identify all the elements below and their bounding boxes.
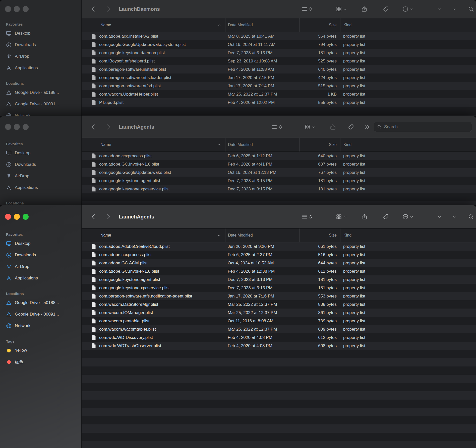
search-button[interactable] [468,6,474,12]
sidebar-item-airdrop[interactable]: AirDrop [0,261,81,272]
file-row[interactable]: com.wacom.UpdateHelper.plistMar 25, 2022… [82,90,476,98]
column-header-size[interactable]: Size [299,138,340,152]
file-row[interactable]: com.google.keystone.agent.plistDec 7, 20… [82,275,476,284]
file-row[interactable]: PT.updd.plistFeb 4, 2020 at 12:02 PM555 … [82,98,476,107]
file-row[interactable]: com.paragon-software.ntfs.notification-a… [82,292,476,300]
file-row[interactable]: com.google.keystone.xpcservice.plistDec … [82,284,476,292]
file-row[interactable]: com.adobe.GC.AGM.plistOct 4, 2024 at 10:… [82,259,476,267]
zoom-button[interactable] [23,6,29,12]
file-row[interactable]: com.google.keystone.xpcservice.plistDec … [82,185,476,193]
file-row[interactable]: com.paragon-software.ntfsd.plistJan 17, … [82,82,476,90]
close-button[interactable] [5,6,11,12]
column-header-size[interactable]: Size [299,229,340,242]
file-row[interactable]: com.wacom.pentablet.plistOct 11, 2016 at… [82,317,476,325]
file-row[interactable]: com.adobe.acc.installer.v2.plistMar 8, 2… [82,32,476,40]
forward-button[interactable] [105,6,112,13]
view-options-button[interactable] [271,124,282,130]
tags-button[interactable] [383,6,389,12]
forward-button[interactable] [105,123,112,130]
column-header-kind[interactable]: Kind [340,18,476,32]
close-button[interactable] [5,214,11,220]
toolbar-overflow-button[interactable] [364,124,370,130]
file-row[interactable]: com.google.keystone.agent.plistDec 7, 20… [82,177,476,185]
back-button[interactable] [90,123,97,130]
file-row[interactable]: com.iBoysoft.ntfshelperd.plistSep 23, 20… [82,57,476,65]
file-row[interactable]: com.google.keystone.daemon.plistDec 7, 2… [82,49,476,57]
group-by-button[interactable] [304,124,316,130]
file-row[interactable]: com.wdc.WDTrashObserver.plistFeb 4, 2020… [82,342,476,350]
share-button[interactable] [361,213,368,220]
back-button[interactable] [90,213,97,220]
view-options-button[interactable] [301,213,313,220]
zoom-button[interactable] [23,214,29,220]
minimize-button[interactable] [14,214,20,220]
sidebar-item-google-drive-00091[interactable]: Google Drive - 00091... [0,309,81,320]
dropdown-2-button[interactable] [452,7,456,11]
more-actions-button[interactable] [402,213,413,220]
sidebar-item-airdrop[interactable]: AirDrop [0,170,81,182]
group-by-button[interactable] [336,6,347,12]
minimize-button[interactable] [14,124,20,130]
file-row[interactable]: com.paragon-software.installer.plistFeb … [82,65,476,73]
tags-button[interactable] [348,124,354,130]
sidebar-item-desktop[interactable]: Desktop [0,147,81,159]
file-row[interactable]: com.wacom.DataStoreMgr.plistMar 25, 2022… [82,300,476,309]
column-header-name[interactable]: Name [82,18,225,32]
file-row[interactable]: com.wdc.WD-Discovery.plistFeb 4, 2020 at… [82,333,476,342]
sidebar-item-yellow[interactable]: Yellow [0,345,81,356]
minimize-button[interactable] [14,6,20,12]
sidebar-item-google-drive-00091[interactable]: Google Drive - 00091... [0,98,81,110]
sidebar: FavoritesDesktopDownloadsAirDropApplicat… [0,205,82,448]
dropdown-1-button[interactable] [438,7,441,11]
dropdown-1-button[interactable] [438,215,441,219]
sidebar-item-network[interactable]: Network [0,110,81,116]
column-header-size[interactable]: Size [299,18,340,32]
more-actions-button[interactable] [402,6,413,12]
sidebar-item-downloads[interactable]: Downloads [0,159,81,170]
file-row[interactable]: com.google.GoogleUpdater.wake.system.pli… [82,40,476,49]
share-button[interactable] [330,124,336,130]
column-header-date-modified[interactable]: Date Modified [225,138,299,152]
sidebar-item-desktop[interactable]: Desktop [0,238,81,249]
column-header-name[interactable]: Name [82,138,225,152]
back-button[interactable] [90,6,97,13]
sidebar-item-google-drive-a0188[interactable]: Google Drive - a0188... [0,297,81,309]
column-header-name[interactable]: Name [82,229,225,242]
sidebar-item-airdrop[interactable]: AirDrop [0,51,81,62]
column-header-date-modified[interactable]: Date Modified [225,229,299,242]
forward-button[interactable] [105,213,112,220]
search-input[interactable] [384,124,469,129]
column-header-kind[interactable]: Kind [340,138,476,152]
column-header-date-modified[interactable]: Date Modified [225,18,299,32]
close-button[interactable] [5,124,11,130]
group-by-button[interactable] [336,213,347,220]
sidebar-item-applications[interactable]: Applications [0,272,81,284]
file-row[interactable]: com.adobe.ccxprocess.plistFeb 6, 2025 at… [82,251,476,259]
sidebar-item-tag-red[interactable]: 红色 [0,356,81,368]
file-row[interactable]: com.adobe.AdobeCreativeCloud.plistJun 26… [82,242,476,251]
file-row[interactable]: com.google.GoogleUpdater.wake.plistOct 1… [82,168,476,177]
file-size: 181 bytes [299,277,340,282]
file-row[interactable]: com.adobe.GC.Invoker-1.0.plistFeb 4, 202… [82,160,476,168]
tags-button[interactable] [383,213,389,220]
share-button[interactable] [361,6,368,12]
search-field[interactable] [374,122,472,132]
dropdown-2-button[interactable] [452,215,456,219]
search-icon [377,124,382,129]
file-row[interactable]: com.paragon-software.ntfs.loader.plistJa… [82,73,476,82]
sidebar-item-network[interactable]: Network [0,320,81,332]
file-row[interactable]: com.wacom.IOManager.plistMar 25, 2022 at… [82,309,476,317]
sidebar-item-applications[interactable]: Applications [0,182,81,193]
column-header-kind[interactable]: Kind [340,229,476,242]
zoom-button[interactable] [23,124,29,130]
sidebar-item-google-drive-a0188[interactable]: Google Drive - a0188... [0,87,81,98]
file-row[interactable]: com.wacom.wacomtablet.plistMar 25, 2022 … [82,325,476,333]
file-row[interactable]: com.adobe.ccxprocess.plistFeb 6, 2025 at… [82,152,476,160]
sidebar-item-applications[interactable]: Applications [0,62,81,74]
sidebar-item-downloads[interactable]: Downloads [0,39,81,51]
view-options-button[interactable] [301,6,313,12]
sidebar-item-downloads[interactable]: Downloads [0,249,81,261]
search-button[interactable] [468,213,474,220]
file-row[interactable]: com.adobe.GC.Invoker-1.0.plistFeb 4, 202… [82,267,476,275]
sidebar-item-desktop[interactable]: Desktop [0,28,81,39]
